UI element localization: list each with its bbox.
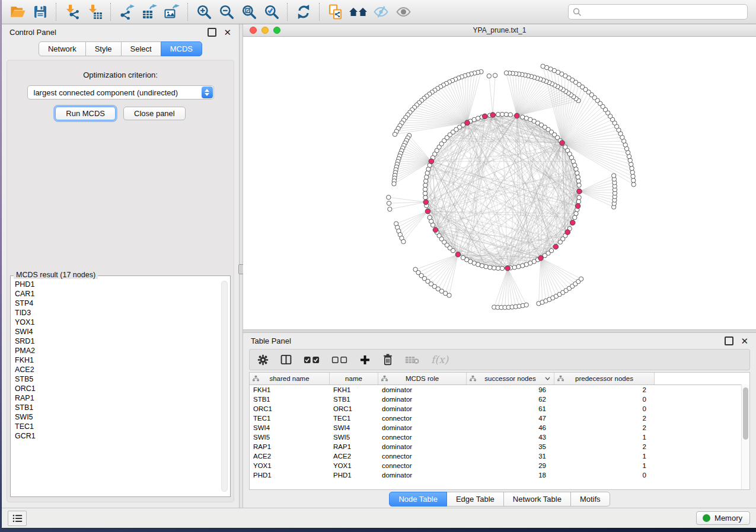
split-view-icon[interactable] — [280, 354, 292, 365]
table-cell-successor-nodes: 43 — [467, 434, 554, 441]
first-neighbors-icon[interactable] — [349, 3, 368, 21]
column-header-shared-name[interactable]: shared name — [250, 373, 330, 384]
select-all-icon[interactable] — [304, 356, 320, 364]
zoom-fit-icon[interactable] — [240, 3, 259, 21]
network-canvas[interactable] — [243, 37, 756, 329]
delete-table-icon[interactable] — [405, 355, 419, 364]
table-row[interactable]: PHD1PHD1dominator180 — [250, 470, 749, 480]
column-header-predecessor-nodes[interactable]: predecessor nodes — [554, 373, 655, 384]
export-network-icon[interactable] — [117, 3, 136, 21]
mcds-result-item[interactable]: CAR1 — [12, 289, 229, 299]
network-graph[interactable] — [243, 37, 756, 329]
delete-row-icon[interactable] — [382, 354, 393, 366]
column-header-mcds-role[interactable]: MCDS role — [378, 373, 467, 384]
tab-select[interactable]: Select — [121, 41, 161, 56]
zoom-selected-icon[interactable] — [262, 3, 281, 21]
mcds-result-item[interactable]: ORC1 — [12, 384, 229, 393]
table-cell-predecessor-nodes: 2 — [554, 443, 655, 450]
memory-button[interactable]: Memory — [696, 511, 750, 525]
table-scrollbar-thumb[interactable] — [743, 387, 748, 440]
mcds-result-item[interactable]: STP4 — [12, 299, 229, 308]
zoom-out-icon[interactable] — [217, 3, 236, 21]
hide-selected-icon[interactable] — [371, 3, 390, 21]
table-row[interactable]: SWI5SWI5connector431 — [250, 432, 749, 442]
column-header-successor-nodes[interactable]: successor nodes — [467, 373, 554, 384]
table-cell-predecessor-nodes: 1 — [554, 453, 655, 460]
tab-mcds[interactable]: MCDS — [161, 41, 202, 56]
mcds-result-item[interactable]: STB5 — [12, 374, 229, 384]
window-minimize-icon[interactable] — [261, 27, 269, 34]
optimization-criterion-select[interactable]: largest connected component (undirected) — [27, 85, 214, 100]
clone-network-icon[interactable] — [326, 3, 345, 21]
table-row[interactable]: ORC1ORC1dominator610 — [250, 404, 749, 414]
table-row[interactable]: STB1STB1dominator620 — [250, 395, 749, 404]
mcds-result-item[interactable]: SRD1 — [12, 336, 229, 346]
table-row[interactable]: SWI4SWI4dominator462 — [250, 423, 749, 432]
import-table-icon[interactable] — [85, 3, 104, 21]
mcds-result-list[interactable]: PHD1CAR1STP4TID3YOX1SWI4SRD1PMA2FKH1ACE2… — [12, 280, 229, 495]
import-network-icon[interactable] — [63, 3, 82, 21]
mcds-result-item[interactable]: FKH1 — [12, 355, 229, 365]
tab-edge-table[interactable]: Edge Table — [446, 492, 504, 507]
close-table-panel-icon[interactable]: ✕ — [741, 336, 748, 345]
mcds-result-item[interactable]: TEC1 — [12, 422, 229, 431]
table-cell-shared-name: PHD1 — [250, 472, 330, 479]
sort-chevron-icon — [545, 377, 550, 380]
add-row-icon[interactable] — [359, 354, 371, 366]
apply-layout-icon[interactable] — [294, 3, 313, 21]
column-settings-icon[interactable] — [257, 354, 269, 366]
close-panel-icon[interactable]: ✕ — [224, 28, 231, 37]
table-cell-mcds-role: dominator — [378, 472, 467, 479]
task-history-button[interactable] — [8, 511, 27, 526]
tab-network[interactable]: Network — [39, 41, 86, 56]
float-table-panel-icon[interactable] — [725, 336, 733, 345]
mcds-panel: Optimization criterion: largest connecte… — [7, 60, 234, 502]
table-cell-predecessor-nodes: 0 — [554, 405, 655, 412]
table-row[interactable]: YOX1YOX1connector291 — [250, 461, 749, 470]
export-table-icon[interactable] — [140, 3, 159, 21]
window-close-icon[interactable] — [250, 27, 257, 34]
list-icon — [12, 514, 23, 523]
equation-builder-icon[interactable]: f(x) — [431, 354, 448, 366]
tab-node-table[interactable]: Node Table — [389, 492, 447, 507]
table-scrollbar[interactable] — [741, 384, 749, 489]
table-cell-predecessor-nodes: 2 — [554, 424, 655, 431]
open-session-icon[interactable] — [8, 3, 27, 21]
column-header-name[interactable]: name — [330, 373, 378, 384]
mcds-result-item[interactable]: GCR1 — [12, 431, 229, 441]
table-row[interactable]: ACE2ACE2connector311 — [250, 451, 749, 461]
mcds-result-item[interactable]: SWI4 — [12, 327, 229, 336]
close-panel-button[interactable]: Close panel — [123, 107, 186, 120]
table-cell-shared-name: ACE2 — [250, 453, 330, 460]
table-cell-shared-name: SWI5 — [250, 434, 330, 441]
show-all-icon[interactable] — [394, 3, 413, 21]
table-row[interactable]: TEC1TEC1connector472 — [250, 414, 749, 423]
deselect-all-icon[interactable] — [331, 356, 347, 364]
mcds-result-item[interactable]: STB1 — [12, 403, 229, 412]
toolbar-separator — [187, 3, 189, 21]
mcds-list-scrollbar[interactable] — [221, 281, 228, 492]
main-toolbar — [2, 0, 756, 24]
table-cell-shared-name: STB1 — [250, 396, 330, 403]
mcds-result-item[interactable]: PMA2 — [12, 346, 229, 355]
search-field[interactable] — [568, 4, 748, 20]
mcds-result-item[interactable]: YOX1 — [12, 318, 229, 327]
float-panel-icon[interactable] — [208, 28, 216, 37]
export-image-icon[interactable] — [162, 3, 181, 21]
save-session-icon[interactable] — [31, 3, 50, 21]
mcds-result-item[interactable]: SWI5 — [12, 412, 229, 422]
tab-network-table[interactable]: Network Table — [503, 492, 571, 507]
mcds-result-item[interactable]: PHD1 — [12, 280, 229, 289]
table-row[interactable]: FKH1FKH1dominator962 — [250, 385, 749, 395]
window-maximize-icon[interactable] — [273, 27, 280, 34]
zoom-in-icon[interactable] — [194, 3, 213, 21]
mcds-result-title: MCDS result (17 nodes) — [14, 271, 98, 279]
tab-motifs[interactable]: Motifs — [570, 492, 610, 507]
tab-style[interactable]: Style — [85, 41, 122, 56]
run-mcds-button[interactable]: Run MCDS — [55, 107, 116, 120]
mcds-result-item[interactable]: ACE2 — [12, 365, 229, 374]
table-row[interactable]: RAP1RAP1dominator352 — [250, 442, 749, 451]
search-input[interactable] — [585, 7, 743, 17]
mcds-result-item[interactable]: TID3 — [12, 308, 229, 318]
mcds-result-item[interactable]: RAP1 — [12, 393, 229, 403]
